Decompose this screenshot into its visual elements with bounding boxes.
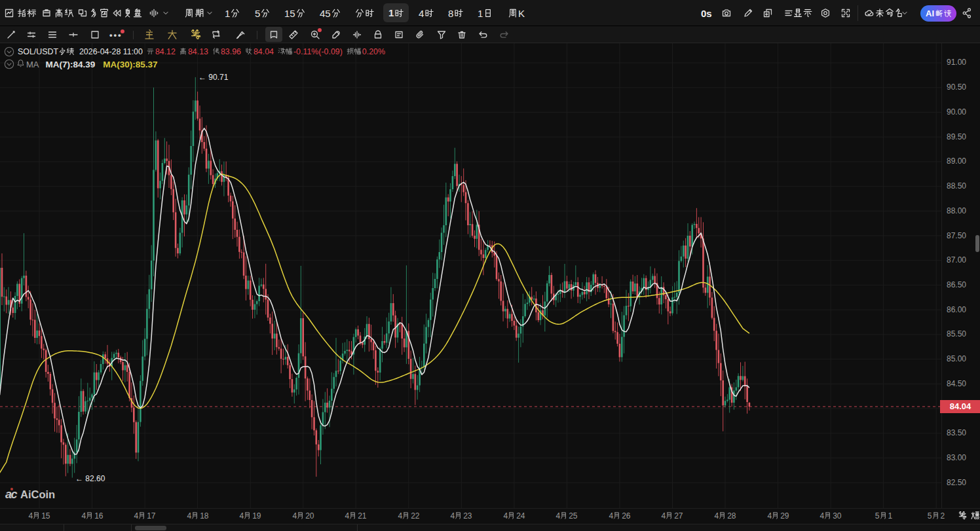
svg-text:← 82.60: ← 82.60 — [75, 474, 105, 483]
svg-text:← 90.71: ← 90.71 — [198, 73, 229, 82]
